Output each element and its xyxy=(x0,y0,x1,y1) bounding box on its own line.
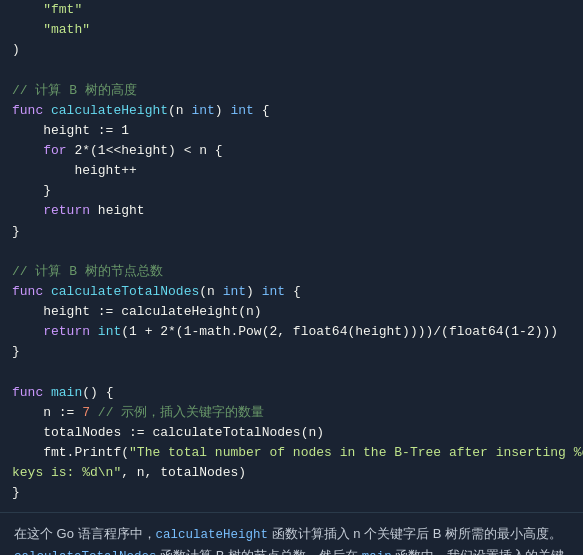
func2-end: } xyxy=(12,342,571,362)
func1-sig: func calculateHeight(n int) int { xyxy=(12,101,571,121)
func2-height: height := calculateHeight(n) xyxy=(12,302,571,322)
code-editor: "fmt" "math" ) // 计算 B 树的高度 func calcula… xyxy=(0,0,583,512)
import-close: ) xyxy=(12,40,571,60)
func3-n: n := 7 // 示例，插入关键字的数量 xyxy=(12,403,571,423)
import-math-text: "math" xyxy=(12,22,90,37)
comment-height: // 计算 B 树的高度 xyxy=(12,81,571,101)
blank2 xyxy=(12,242,571,262)
func3-totalnodes: totalNodes := calculateTotalNodes(n) xyxy=(12,423,571,443)
import-math: "math" xyxy=(12,20,571,40)
import-fmt-text: "fmt" xyxy=(12,2,82,17)
func3-sig: func main() { xyxy=(12,383,571,403)
main-container: "fmt" "math" ) // 计算 B 树的高度 func calcula… xyxy=(0,0,583,555)
func1-end: } xyxy=(12,222,571,242)
func3-printf2: keys is: %d\n", n, totalNodes) xyxy=(12,463,571,483)
func1-for: for 2*(1<<height) < n { xyxy=(12,141,571,161)
comment-nodes: // 计算 B 树的节点总数 xyxy=(12,262,571,282)
func2-sig: func calculateTotalNodes(n int) int { xyxy=(12,282,571,302)
blank3 xyxy=(12,363,571,383)
func1-return: return height xyxy=(12,201,571,221)
func1-close-brace: } xyxy=(12,181,571,201)
desc-text: 在这个 Go 语言程序中，calculateHeight 函数计算插入 n 个关… xyxy=(14,526,564,555)
func3-end: } xyxy=(12,483,571,503)
func2-return: return int(1 + 2*(1-math.Pow(2, float64(… xyxy=(12,322,571,342)
import-fmt: "fmt" xyxy=(12,0,571,20)
blank1 xyxy=(12,60,571,80)
func1-height-init: height := 1 xyxy=(12,121,571,141)
description-panel: 在这个 Go 语言程序中，calculateHeight 函数计算插入 n 个关… xyxy=(0,512,583,555)
func3-printf1: fmt.Printf("The total number of nodes in… xyxy=(12,443,571,463)
func1-height-pp: height++ xyxy=(12,161,571,181)
